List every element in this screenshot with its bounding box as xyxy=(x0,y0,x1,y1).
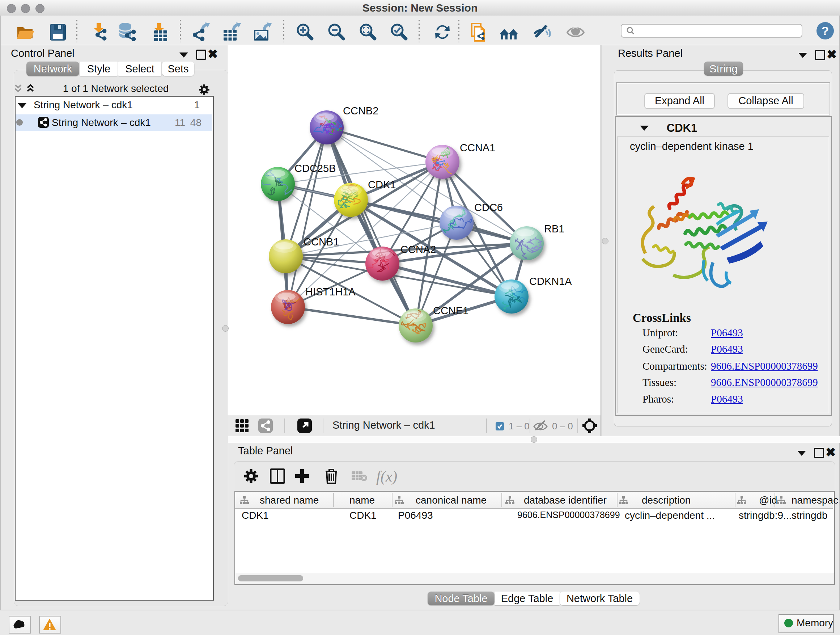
svg-text:CDC25B: CDC25B xyxy=(294,163,336,174)
svg-text:CCNE1: CCNE1 xyxy=(433,305,469,317)
svg-text:CCNA1: CCNA1 xyxy=(460,142,495,154)
svg-text:CCNB2: CCNB2 xyxy=(343,105,378,117)
svg-text:CDK1: CDK1 xyxy=(368,179,396,190)
svg-text:CCNB1: CCNB1 xyxy=(303,236,339,248)
svg-text:CDKN1A: CDKN1A xyxy=(529,276,572,287)
svg-text:HIST1H1A: HIST1H1A xyxy=(305,286,355,298)
svg-text:RB1: RB1 xyxy=(544,223,564,234)
svg-text:CDC6: CDC6 xyxy=(474,202,503,213)
svg-text:CCNA2: CCNA2 xyxy=(401,244,436,255)
